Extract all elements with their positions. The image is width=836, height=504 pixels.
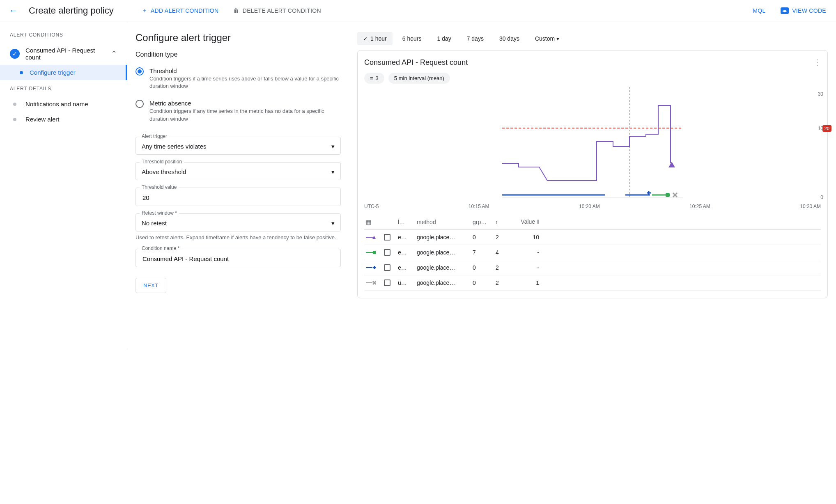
page-title: Create alerting policy	[29, 5, 114, 16]
delete-alert-condition-label: DELETE ALERT CONDITION	[243, 7, 321, 14]
condition-name-field[interactable]: Condition name *	[136, 249, 341, 267]
preview-panel: ✓1 hour 6 hours 1 day 7 days 30 days Cus…	[349, 21, 836, 350]
threshold-value-input[interactable]	[142, 194, 335, 202]
condition-type-label: Condition type	[136, 51, 341, 58]
columns-icon[interactable]: ⦀	[537, 218, 539, 225]
chart-title: Consumed API - Request count	[364, 58, 468, 67]
chevron-down-icon: ▾	[331, 143, 335, 150]
trash-icon: 🗑	[233, 7, 239, 14]
back-arrow-icon[interactable]: ←	[7, 3, 21, 18]
step-configure-trigger-label: Configure trigger	[30, 69, 76, 76]
radio-threshold-input[interactable]	[136, 67, 144, 76]
threshold-position-value: Above threshold	[142, 168, 186, 175]
range-custom[interactable]: Custom ▾	[529, 32, 565, 45]
condition-name-input[interactable]	[142, 255, 335, 263]
cell: google.place…	[417, 264, 470, 271]
svg-rect-11	[373, 251, 376, 254]
step-review-label: Review alert	[25, 116, 60, 123]
svg-marker-2	[668, 162, 675, 167]
filter-icon: ≡	[370, 75, 373, 81]
threshold-badge: 20	[822, 125, 831, 132]
radio-threshold[interactable]: Threshold Condition triggers if a time s…	[136, 64, 341, 96]
retest-window-field[interactable]: Retest window * No retest ▾ Used to rete…	[136, 213, 341, 241]
interval-chip[interactable]: 5 min interval (mean)	[388, 73, 450, 84]
cell: -	[510, 264, 539, 271]
col-l: l…	[398, 219, 414, 225]
range-6hours[interactable]: 6 hours	[397, 32, 427, 45]
svg-rect-6	[666, 193, 670, 197]
range-30days[interactable]: 30 days	[494, 32, 525, 45]
range-1hour-label: 1 hour	[370, 35, 387, 42]
dot-icon	[13, 103, 16, 106]
more-vert-icon[interactable]: ⋮	[813, 58, 821, 67]
cell: 7	[473, 249, 493, 256]
legend-row[interactable]: e… google.place… 0 2 -	[364, 260, 821, 275]
radio-metric-absence-label: Metric absence	[149, 100, 341, 107]
form-heading: Configure alert trigger	[136, 32, 341, 44]
cell: e…	[398, 264, 414, 271]
series-marker-icon	[366, 265, 376, 270]
threshold-position-field[interactable]: Threshold position Above threshold ▾	[136, 162, 341, 180]
legend-row[interactable]: u… google.place… 0 2 1	[364, 275, 821, 291]
chevron-down-icon: ▾	[331, 220, 335, 227]
series-checkbox[interactable]	[384, 249, 390, 256]
alert-trigger-value: Any time series violates	[142, 143, 207, 150]
step-notifications[interactable]: Notifications and name	[0, 96, 127, 112]
step-configure-trigger[interactable]: Configure trigger	[0, 65, 127, 80]
delete-alert-condition-button[interactable]: 🗑 DELETE ALERT CONDITION	[230, 5, 324, 16]
add-alert-condition-button[interactable]: ＋ ADD ALERT CONDITION	[138, 5, 222, 17]
dot-icon	[13, 118, 16, 121]
legend-row[interactable]: e… google.place… 0 2 10	[364, 230, 821, 245]
legend-table: ▦ l… method grp… r Value ⦀ e… google.pla…	[364, 214, 821, 291]
mql-button[interactable]: MQL	[749, 5, 769, 16]
section-alert-conditions: ALERT CONDITIONS	[0, 30, 127, 43]
step-condition[interactable]: ✓ Consumed API - Request count ⌃	[0, 43, 127, 65]
series-marker-icon	[366, 280, 376, 285]
x-axis: UTC-5 10:15 AM 10:20 AM 10:25 AM 10:30 A…	[364, 204, 821, 209]
col-r: r	[496, 219, 508, 225]
cell: 0	[473, 264, 493, 271]
legend-row[interactable]: e… google.place… 7 4 -	[364, 245, 821, 260]
cell: u…	[398, 279, 414, 286]
threshold-value-field[interactable]: Threshold value	[136, 188, 341, 206]
range-1day[interactable]: 1 day	[431, 32, 457, 45]
series-marker-icon	[366, 250, 376, 255]
series-checkbox[interactable]	[384, 264, 390, 271]
form-panel: Configure alert trigger Condition type T…	[127, 21, 349, 350]
condition-name-legend: Condition name *	[140, 245, 181, 251]
cell: e…	[398, 234, 414, 241]
time-range-row: ✓1 hour 6 hours 1 day 7 days 30 days Cus…	[357, 32, 828, 45]
view-code-button[interactable]: ◂▸ VIEW CODE	[777, 5, 829, 16]
range-custom-label: Custom	[535, 35, 555, 42]
series-checkbox[interactable]	[384, 234, 390, 241]
cell: e…	[398, 249, 414, 256]
series-marker-icon	[366, 235, 376, 240]
cell: 1	[510, 279, 539, 286]
chevron-down-icon: ▾	[331, 168, 335, 176]
step-review[interactable]: Review alert	[0, 112, 127, 127]
cell: 2	[496, 264, 508, 271]
range-7days[interactable]: 7 days	[461, 32, 489, 45]
alert-trigger-field[interactable]: Alert trigger Any time series violates ▾	[136, 137, 341, 155]
filter-chip[interactable]: ≡ 3	[364, 73, 384, 84]
threshold-value-legend: Threshold value	[140, 184, 179, 190]
radio-metric-absence[interactable]: Metric absence Condition triggers if any…	[136, 96, 341, 129]
next-button[interactable]: NEXT	[136, 278, 166, 293]
cell: 2	[496, 234, 508, 241]
chevron-up-icon[interactable]: ⌃	[111, 49, 117, 58]
col-method: method	[417, 219, 470, 225]
range-1hour[interactable]: ✓1 hour	[357, 32, 393, 45]
y-tick: 30	[818, 91, 823, 97]
radio-metric-absence-input[interactable]	[136, 100, 144, 108]
x-tick: 10:30 AM	[800, 204, 821, 209]
legend-icon-header[interactable]: ▦	[366, 219, 381, 225]
cell: google.place…	[417, 249, 470, 256]
chevron-down-icon: ▾	[556, 35, 559, 42]
section-alert-details: ALERT DETAILS	[0, 83, 127, 96]
cell: 0	[473, 234, 493, 241]
chart-area: 30 10 0 20	[364, 87, 821, 202]
check-circle-icon: ✓	[10, 49, 20, 59]
series-checkbox[interactable]	[384, 279, 390, 286]
chart-svg	[364, 87, 821, 202]
retest-window-value: No retest	[142, 220, 167, 227]
